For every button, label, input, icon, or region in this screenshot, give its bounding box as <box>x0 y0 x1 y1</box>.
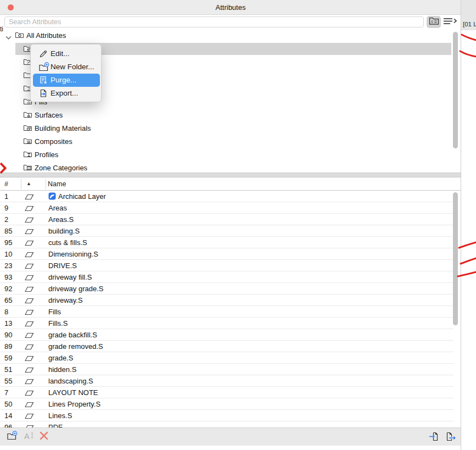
menu-item-label: New Folder... <box>51 63 94 71</box>
table-row[interactable]: 23DRIVE.S <box>0 260 453 271</box>
layer-icon <box>24 262 35 272</box>
export-icon[interactable] <box>445 431 457 445</box>
column-header-number[interactable]: # <box>4 180 8 188</box>
menu-item-label: Export... <box>51 89 78 97</box>
layer-name: Lines Property.S <box>48 400 100 408</box>
folder-surfaces-icon <box>23 110 32 120</box>
table-row[interactable]: 50Lines Property.S <box>0 398 453 410</box>
layer-number: 65 <box>4 296 12 304</box>
layer-name: Lines.S <box>48 412 72 420</box>
layer-name: Fills <box>48 308 61 316</box>
options-menu-button[interactable] <box>443 17 458 27</box>
title-bar: Attributes <box>0 0 461 15</box>
background-window <box>461 0 476 450</box>
purge-icon <box>38 75 48 87</box>
layer-icon <box>24 320 35 330</box>
context-menu: Edit...New Folder...Purge...Export... <box>30 44 102 102</box>
table-row[interactable]: 59grade.S <box>0 352 453 364</box>
layer-name: grade backfill.S <box>48 331 97 339</box>
table-row[interactable]: 8Fills <box>0 306 453 318</box>
delete-icon[interactable] <box>39 431 49 443</box>
table-row[interactable]: 85building.S <box>0 225 453 237</box>
new-folder-icon[interactable] <box>7 431 18 443</box>
layer-icon <box>24 193 35 203</box>
table-row[interactable]: 13Fills.S <box>0 318 453 329</box>
folder-profiles-icon <box>23 150 32 160</box>
table-scrollbar[interactable] <box>453 192 458 325</box>
table-row[interactable]: 89grade removed.S <box>0 341 453 352</box>
layer-name: Areas.S <box>48 215 74 224</box>
table-row[interactable]: 1Archicad Layer <box>0 191 453 202</box>
layer-icon <box>24 251 35 260</box>
tree-item-composites[interactable]: Composites <box>0 135 384 148</box>
layer-number: 96 <box>4 423 12 427</box>
layer-table: 1Archicad Layer9Areas2Areas.S85building.… <box>0 191 461 427</box>
tree-scrollbar[interactable] <box>453 32 458 148</box>
folder-zone-categories-icon <box>23 163 32 173</box>
layer-icon <box>24 204 35 214</box>
table-row[interactable]: 10Dimensioning.S <box>0 248 453 260</box>
layer-name: hidden.S <box>48 365 76 374</box>
layer-name: DRIVE.S <box>48 262 77 270</box>
svg-text:A: A <box>24 432 30 441</box>
layer-number: 95 <box>4 238 12 247</box>
tree-item-building-materials[interactable]: Building Materials <box>0 122 384 135</box>
sort-ascending-icon[interactable]: ▲ <box>26 181 31 186</box>
layer-number: 2 <box>4 215 8 224</box>
menu-item-purge[interactable]: Purge... <box>33 74 100 87</box>
table-row[interactable]: 93driveway fill.S <box>0 271 453 283</box>
table-row[interactable]: 51hidden.S <box>0 364 453 375</box>
layer-name: Areas <box>48 204 67 212</box>
import-icon[interactable] <box>428 431 440 445</box>
table-row[interactable]: 14Lines.S <box>0 410 453 421</box>
footer-toolbar: A <box>0 427 461 446</box>
layer-number: 51 <box>4 365 12 374</box>
archicad-logo-icon <box>48 192 56 202</box>
layer-number: 89 <box>4 342 12 351</box>
search-input[interactable] <box>4 16 424 27</box>
table-row[interactable]: 96PDF <box>0 421 453 427</box>
layer-icon <box>24 354 35 364</box>
layer-name: cuts & fills.S <box>48 238 87 247</box>
menu-item-export[interactable]: Export... <box>33 87 100 100</box>
folder-building-materials-icon <box>23 124 32 134</box>
layer-icon <box>24 239 35 249</box>
column-header-name[interactable]: Name <box>48 180 66 188</box>
table-row[interactable]: 9Areas <box>0 202 453 214</box>
tree-item-surfaces[interactable]: Surfaces <box>0 109 384 122</box>
background-text-fragment: ti <box>0 25 4 33</box>
all-attributes-folder-icon <box>15 31 24 41</box>
layer-number: 50 <box>4 400 12 408</box>
tree-item-profiles[interactable]: Profiles <box>0 148 384 162</box>
attributes-window: Attributes All Attributes FillsSurfacesB… <box>0 0 476 450</box>
layer-icon <box>24 389 35 399</box>
table-row[interactable]: 55landscaping.S <box>0 375 453 387</box>
menu-item-newfolder[interactable]: New Folder... <box>33 60 100 74</box>
column-separator <box>21 179 21 189</box>
layer-name: grade.S <box>48 354 74 362</box>
layer-icon <box>24 216 35 226</box>
menu-item-edit[interactable]: Edit... <box>33 47 100 60</box>
layer-name: Archicad Layer <box>58 192 106 201</box>
tree-item-label: Profiles <box>35 151 58 159</box>
layer-icon <box>24 377 35 387</box>
menu-item-label: Purge... <box>51 76 76 84</box>
table-row[interactable]: 90grade backfill.S <box>0 329 453 341</box>
pane-splitter[interactable] <box>0 173 461 177</box>
layer-icon <box>24 274 35 284</box>
table-row[interactable]: 92driveway grade.S <box>0 283 453 295</box>
table-row[interactable]: 65driveway.S <box>0 295 453 306</box>
layer-name: landscaping.S <box>48 377 93 385</box>
layer-number: 10 <box>4 250 12 258</box>
layer-number: 93 <box>4 273 12 281</box>
layer-icon <box>24 308 35 318</box>
export-doc-icon <box>38 88 48 101</box>
table-row[interactable]: 7LAYOUT NOTE <box>0 387 453 398</box>
window-title: Attributes <box>0 3 461 12</box>
layer-number: 7 <box>4 388 8 397</box>
chevron-down-icon[interactable] <box>5 32 12 42</box>
table-row[interactable]: 95cuts & fills.S <box>0 237 453 248</box>
tree-view-toggle-button[interactable] <box>427 16 441 28</box>
tree-root-label[interactable]: All Attributes <box>26 31 66 40</box>
table-row[interactable]: 2Areas.S <box>0 214 453 225</box>
